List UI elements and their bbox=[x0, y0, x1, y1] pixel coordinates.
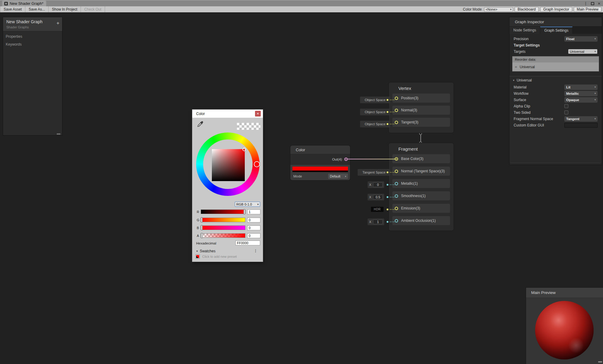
close-icon[interactable]: ✕ bbox=[598, 2, 601, 5]
saturation-value-square[interactable] bbox=[212, 149, 245, 181]
tangent-port[interactable] bbox=[395, 121, 398, 124]
block-ambient-occlusion[interactable]: Ambient Occlusion(1) bbox=[392, 216, 450, 225]
normal-ts-port[interactable] bbox=[395, 170, 398, 173]
show-in-project-button[interactable]: Show In Project bbox=[49, 6, 81, 12]
main-preview-toggle-button[interactable]: Main Preview bbox=[574, 7, 601, 12]
hexadecimal-field[interactable]: FF0000 bbox=[235, 241, 260, 245]
blackboard-toggle-button[interactable]: Blackboard bbox=[515, 7, 539, 12]
two-sided-checkbox[interactable] bbox=[564, 110, 568, 114]
document-tab[interactable]: New Shader Graph* bbox=[2, 1, 46, 7]
ambient-occlusion-value-field[interactable]: 1 bbox=[373, 219, 383, 224]
fragment-normal-space-dropdown[interactable]: Tangent ▾ bbox=[564, 116, 598, 122]
tab-graph-settings[interactable]: Graph Settings bbox=[540, 27, 573, 34]
reorder-item-universal[interactable]: = Universal bbox=[512, 62, 599, 71]
save-asset-button[interactable]: Save Asset bbox=[0, 6, 25, 12]
vertex-context-node[interactable]: Vertex Position(3) Normal(3) Tangent(3) bbox=[388, 82, 454, 133]
alpha-slider[interactable] bbox=[201, 233, 245, 238]
block-emission[interactable]: Emission(3) bbox=[392, 204, 450, 213]
fragment-context-node[interactable]: Fragment Base Color(3) Normal (Tangent S… bbox=[388, 143, 454, 231]
position-space-widget[interactable]: Object Space bbox=[360, 97, 390, 103]
green-value-field[interactable]: 0 bbox=[247, 218, 260, 222]
color-swatch-field[interactable] bbox=[292, 167, 348, 171]
block-base-color[interactable]: Base Color(3) bbox=[392, 154, 450, 163]
hexadecimal-label: Hexadecimal bbox=[196, 241, 216, 245]
block-normal[interactable]: Normal(3) bbox=[392, 106, 450, 115]
preview-resize-handle[interactable] bbox=[598, 361, 602, 362]
red-slider[interactable] bbox=[201, 209, 245, 214]
smoothness-port[interactable] bbox=[395, 194, 398, 198]
blue-slider-handle[interactable] bbox=[201, 225, 203, 230]
color-mode-select[interactable]: RGB 0-1.0 ▾ bbox=[235, 202, 260, 207]
default-input-dot bbox=[387, 111, 388, 113]
block-position[interactable]: Position(3) bbox=[392, 94, 450, 103]
preset-color-chip[interactable] bbox=[196, 255, 199, 258]
smoothness-value-field[interactable]: 0.5 bbox=[373, 195, 383, 200]
foldout-arrow-icon: ▼ bbox=[512, 79, 515, 82]
blackboard-resize-handle[interactable] bbox=[57, 133, 60, 135]
save-as-button[interactable]: Save As... bbox=[25, 6, 49, 12]
tangent-space-widget[interactable]: Object Space bbox=[360, 121, 390, 127]
blackboard-section-properties[interactable]: Properties bbox=[3, 33, 62, 40]
sv-cursor[interactable] bbox=[242, 147, 246, 151]
ambient-occlusion-default-input[interactable]: X 1 bbox=[368, 219, 384, 225]
red-value-field[interactable]: 1 bbox=[247, 209, 260, 214]
chevron-down-icon: ▾ bbox=[595, 50, 596, 53]
blue-slider[interactable] bbox=[201, 225, 245, 230]
color-mode-dropdown[interactable]: <None> ▾ bbox=[484, 7, 513, 12]
eyedropper-icon[interactable] bbox=[196, 120, 204, 128]
metallic-default-input[interactable]: X 0 bbox=[368, 181, 384, 188]
ambient-occlusion-port[interactable] bbox=[395, 219, 398, 222]
mode-dropdown[interactable]: Default ▾ bbox=[328, 174, 348, 179]
targets-dropdown[interactable]: Universal ▾ bbox=[568, 49, 598, 54]
drag-handle-icon[interactable]: = bbox=[515, 65, 517, 69]
maximize-icon[interactable] bbox=[591, 2, 594, 5]
edge-color-to-basecolor[interactable] bbox=[347, 159, 395, 159]
green-slider[interactable] bbox=[201, 218, 245, 222]
add-preset-row[interactable]: Click to add new preset bbox=[196, 255, 237, 258]
hue-cursor[interactable] bbox=[254, 161, 260, 167]
normal-ts-space-widget[interactable]: Tangent Space bbox=[358, 169, 390, 176]
metallic-value-field[interactable]: 0 bbox=[373, 182, 383, 187]
base-color-port[interactable] bbox=[395, 157, 398, 161]
alpha-slider-handle[interactable] bbox=[201, 233, 203, 238]
graph-inspector-toggle-button[interactable]: Graph Inspector bbox=[540, 7, 572, 12]
precision-dropdown[interactable]: Float ▾ bbox=[564, 36, 598, 42]
surface-dropdown[interactable]: Opaque ▾ bbox=[564, 97, 598, 103]
emission-hdr-field[interactable]: HDR bbox=[371, 207, 384, 212]
material-dropdown[interactable]: Lit ▾ bbox=[564, 85, 598, 90]
window-menu-icon[interactable]: ⋮ bbox=[584, 2, 588, 5]
block-smoothness[interactable]: Smoothness(1) bbox=[392, 191, 450, 200]
mode-row: Mode Default ▾ bbox=[292, 174, 348, 179]
block-metallic[interactable]: Metallic(1) bbox=[392, 179, 450, 188]
swatches-menu-icon[interactable]: ⋮ bbox=[254, 249, 257, 253]
color-mode-select-value: RGB 0-1.0 bbox=[236, 203, 252, 206]
green-slider-handle[interactable] bbox=[201, 217, 203, 222]
block-label: Tangent(3) bbox=[401, 120, 418, 124]
blue-value-field[interactable]: 0 bbox=[247, 225, 260, 230]
alpha-clip-checkbox[interactable] bbox=[564, 104, 568, 108]
tab-node-settings[interactable]: Node Settings bbox=[509, 27, 540, 34]
color-node[interactable]: Color Out(4) Mode Default ▾ bbox=[290, 145, 350, 180]
swatches-foldout[interactable]: ▼ Swatches bbox=[196, 249, 215, 253]
color-picker-title-bar[interactable]: Color bbox=[192, 110, 263, 118]
red-slider-handle[interactable] bbox=[244, 209, 245, 214]
default-input-dot bbox=[387, 184, 388, 186]
blackboard-section-keywords[interactable]: Keywords bbox=[3, 40, 62, 48]
default-input-dash bbox=[390, 209, 394, 210]
block-tangent[interactable]: Tangent(3) bbox=[392, 118, 450, 127]
workflow-dropdown[interactable]: Metallic ▾ bbox=[564, 91, 598, 96]
alpha-value-field[interactable]: 0 bbox=[247, 233, 260, 238]
emission-port[interactable] bbox=[395, 207, 398, 210]
custom-editor-gui-field[interactable] bbox=[564, 123, 598, 128]
add-property-button[interactable]: + bbox=[56, 21, 59, 26]
metallic-port[interactable] bbox=[395, 182, 398, 185]
universal-foldout[interactable]: ▼ Universal bbox=[509, 76, 602, 84]
preview-sphere[interactable] bbox=[535, 301, 594, 359]
default-input-dash bbox=[390, 100, 394, 100]
smoothness-default-input[interactable]: X 0.5 bbox=[368, 194, 384, 200]
normal-space-widget[interactable]: Object Space bbox=[360, 109, 390, 115]
normal-port[interactable] bbox=[395, 109, 398, 112]
block-normal-tangent-space[interactable]: Normal (Tangent Space)(3) bbox=[392, 167, 450, 176]
close-icon[interactable]: ✕ bbox=[255, 111, 261, 117]
position-port[interactable] bbox=[395, 97, 398, 100]
